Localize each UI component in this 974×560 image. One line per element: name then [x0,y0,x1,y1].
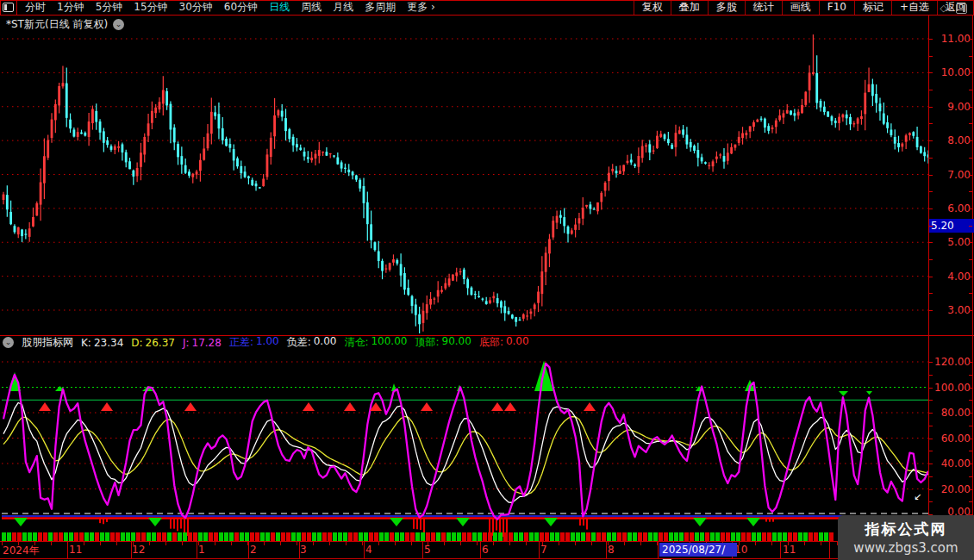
trading-app-window: 分时1分钟5分钟15分钟30分钟60分钟日线周线月线多周期更多 › 复权叠加多股… [0,0,974,560]
price-tick [969,39,972,40]
month-label-3: 3 [300,544,307,556]
date-tick [460,542,461,545]
ribbon-block [59,532,63,541]
price-tick [929,242,933,243]
price-tick [969,277,972,277]
month-boundary [539,542,540,558]
ribbon-block [136,532,140,541]
toolbar-button-F10[interactable]: F10 [819,0,854,15]
date-axis: 2024年11121234567810112025/08/27/三 [0,542,974,558]
main-candlestick-chart[interactable] [2,33,928,335]
ribbon-block [22,532,27,541]
ribbon-block [540,532,544,541]
ribbon-block [353,532,358,541]
toolbar-button-叠加[interactable]: 叠加 [671,0,708,15]
ribbon-block [203,532,208,541]
toolbar-button-画线[interactable]: 画线 [782,0,819,15]
ribbon-block [224,532,228,541]
indicator-name[interactable]: 股朋指标网 [22,335,73,350]
indicator-tick [929,375,933,376]
period-tab-多周期[interactable]: 多周期 [365,0,396,15]
toolbar-button-多股[interactable]: 多股 [708,0,745,15]
month-label-2024年: 2024年 [3,544,40,558]
price-tick [969,175,972,176]
price-tick [929,158,933,159]
indicator-chevron-down-icon[interactable]: ⌄ [3,337,14,348]
indicator-field-label: J: [183,337,190,349]
ribbon-block [715,532,720,541]
period-tab-月线[interactable]: 月线 [333,0,353,15]
ribbon-block [281,532,285,541]
date-tick [444,542,445,545]
period-tab-15分钟[interactable]: 15分钟 [134,0,167,15]
period-tab-日线[interactable]: 日线 [269,0,290,15]
period-tab-60分钟[interactable]: 60分钟 [224,0,258,15]
period-tab-分时[interactable]: 分时 [25,0,46,15]
diamond-icon[interactable]: ◇ [940,3,947,14]
ribbon-block [483,532,487,541]
title-chevron-down-icon[interactable]: ⌄ [113,19,124,30]
month-boundary [829,542,830,558]
period-tab-周线[interactable]: 周线 [301,0,322,15]
ribbon-block [79,532,84,541]
ribbon-block [488,532,492,541]
period-menu: 分时1分钟5分钟15分钟30分钟60分钟日线周线月线多周期更多 › [17,0,435,15]
panel-layout-icon[interactable] [956,3,967,14]
date-tick [657,542,658,545]
ribbon-block [183,532,187,541]
period-tab-1分钟[interactable]: 1分钟 [57,0,84,15]
ribbon-block [364,532,368,541]
date-tick [575,542,576,545]
ribbon-block [322,532,327,541]
price-tick [969,123,972,124]
ribbon-block [152,532,156,541]
ribbon-block [602,532,606,541]
ribbon-block [596,532,601,541]
ribbon-block [415,532,420,541]
ribbon-block [478,532,482,541]
toolbar-button-复权[interactable]: 复权 [634,0,671,15]
date-tick [624,542,625,545]
ribbon-block [188,532,192,541]
ribbon-block [560,532,565,541]
price-tick [929,90,933,90]
indicator-tick [969,388,972,389]
ribbon-block [736,532,740,541]
indicator-field-底部: 底部:0.00 [479,335,529,350]
ribbon-block [441,532,446,541]
date-tick [640,542,641,545]
ribbon-block [772,532,777,541]
ribbon-block [653,532,658,541]
toolbar-button-统计[interactable]: 统计 [745,0,782,15]
ribbon-block [809,532,813,541]
ribbon-block [369,532,373,541]
price-tick [969,107,972,108]
price-tick [929,277,933,277]
ribbon-block [379,532,384,541]
layout-toggle-button[interactable] [0,0,17,15]
toolbar-button-+自选[interactable]: +自选 [891,0,937,15]
ribbon-block [436,532,440,541]
period-tab-30分钟[interactable]: 30分钟 [179,0,213,15]
indicator-chart[interactable]: ↙ [2,349,928,537]
date-tick [100,542,101,545]
indicator-axis-label-120.00: 120.00 [933,356,971,368]
price-axis-label-7.00: 7.00 [933,169,971,181]
price-tick [929,140,933,141]
toolbar-button-标记[interactable]: 标记 [854,0,891,15]
price-tick [929,259,933,260]
ribbon-block [519,532,523,541]
indicator-tick [969,451,972,451]
ribbon-block [400,532,404,541]
date-tick [51,542,52,545]
indicator-field-value: 100.00 [371,335,407,350]
ribbon-block [829,532,834,541]
period-tab-5分钟[interactable]: 5分钟 [96,0,123,15]
indicator-axis-label-40.00: 40.00 [933,457,971,470]
date-tick [67,542,68,545]
indicator-tick [929,439,933,439]
date-tick [247,542,248,545]
ribbon-block [555,532,559,541]
date-tick [771,542,772,545]
more-menu-button[interactable]: 更多 › [407,0,435,15]
